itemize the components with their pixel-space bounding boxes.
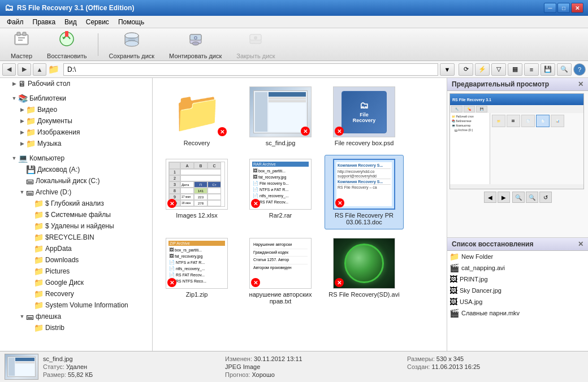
flash-toggle[interactable]: ▼ bbox=[18, 314, 26, 319]
file-item-psd[interactable]: 🗂 File Recovery ✕ File recovery box.psd bbox=[325, 83, 404, 150]
address-input[interactable] bbox=[63, 63, 438, 76]
recovery-item-label: Славные парни.mkv bbox=[461, 310, 520, 316]
sidebar-item-computer[interactable]: ▼ 💻 Компьютер bbox=[0, 153, 152, 164]
preview-close[interactable]: ✕ bbox=[578, 80, 583, 88]
sidebar-item-flash[interactable]: ▼ 🖴 флешка bbox=[0, 311, 152, 322]
avi-filename: RS File Recovery(SD).avi bbox=[328, 291, 399, 298]
menu-edit[interactable]: Правка bbox=[28, 17, 60, 27]
save-view-button[interactable]: 💾 bbox=[541, 63, 555, 76]
close-disk-button[interactable]: Закрыть диск bbox=[230, 27, 281, 62]
sidebar-item-drive-a[interactable]: 💾 Дисковод (A:) bbox=[0, 164, 152, 175]
rar-filename: Rar2.rar bbox=[269, 212, 292, 219]
status-filetype-value: JPEG Image bbox=[225, 363, 260, 370]
menu-help[interactable]: Помощь bbox=[114, 17, 149, 27]
desktop-toggle[interactable]: ▶ bbox=[10, 81, 18, 86]
search-button[interactable]: 🔍 bbox=[557, 63, 572, 76]
restore-button[interactable]: Восстановить bbox=[41, 27, 93, 62]
file-item-zip[interactable]: ZIP Archive 🖼box_rs_partiti... 🖼fat_reco… bbox=[157, 234, 236, 309]
documents-toggle[interactable]: ▶ bbox=[18, 118, 26, 124]
recovery-list-item-sky[interactable]: 🖼 Sky Dancer.jpg bbox=[447, 285, 588, 296]
file-item-doc[interactable]: Компания Recovery S... http://recoveryhd… bbox=[325, 155, 404, 229]
back-button[interactable]: ◀ bbox=[2, 63, 16, 76]
sidebar-item-music[interactable]: ▶ 📁 Музыка bbox=[0, 138, 152, 149]
address-dropdown-button[interactable]: ▼ bbox=[440, 63, 455, 76]
status-thumbnail bbox=[5, 354, 38, 380]
preview-nav-left[interactable]: ◀ bbox=[484, 192, 496, 203]
video-toggle[interactable]: ▶ bbox=[18, 107, 26, 112]
sidebar-item-archive-d[interactable]: ▼ 🖴 Archive (D:) bbox=[0, 186, 152, 198]
status-status-value: Удален bbox=[66, 363, 87, 370]
sidebar-item-appdata[interactable]: 📁 AppData bbox=[0, 243, 152, 254]
close-button[interactable]: ✕ bbox=[571, 3, 583, 13]
sidebar-item-sysvolinfo[interactable]: 📁 System Volume Information bbox=[0, 299, 152, 311]
sidebar-item-drive-c[interactable]: 🖴 Локальный диск (C:) bbox=[0, 175, 152, 186]
sidebar-item-deep-analysis[interactable]: 📁 $ Глубокий анализ bbox=[0, 198, 152, 209]
sidebar-item-desktop[interactable]: ▶ 🖥 Рабочий стол bbox=[0, 78, 152, 89]
recovery-list-items: 📁 New Folder 🎬 cat_napping.avi 🖼 PRINT.j… bbox=[447, 251, 588, 319]
file-item-recovery[interactable]: 📁 ✕ Recovery bbox=[157, 83, 236, 150]
computer-toggle[interactable]: ▼ bbox=[10, 155, 18, 161]
mount-disk-button[interactable]: Монтировать диск bbox=[163, 27, 228, 62]
rar-thumb: RAR Archive 🖼box_rs_partiti... 🖼fat_reco… bbox=[249, 159, 312, 210]
preview-zoom-out[interactable]: 🔍 bbox=[512, 192, 525, 203]
images-toggle[interactable]: ▶ bbox=[18, 129, 26, 135]
recovery-list-close[interactable]: ✕ bbox=[578, 240, 583, 248]
delete-mark-zip: ✕ bbox=[167, 278, 176, 287]
file-item-txt[interactable]: Нарушение авторски Гражданский кодек Ста… bbox=[241, 234, 320, 309]
google-drive-label: Google Диск bbox=[45, 279, 84, 286]
sidebar-item-deleted-found[interactable]: 📁 $ Удалены и найдены bbox=[0, 220, 152, 232]
view-button1[interactable]: ▦ bbox=[508, 63, 522, 76]
sidebar-item-libraries[interactable]: ▼ 📚 Библиотеки bbox=[0, 93, 152, 104]
minimize-button[interactable]: ─ bbox=[544, 3, 556, 13]
preview-nav-right[interactable]: ▶ bbox=[498, 192, 510, 203]
recovery-list-item-print[interactable]: 🖼 PRINT.jpg bbox=[447, 274, 588, 285]
forward-button[interactable]: ▶ bbox=[18, 63, 31, 76]
preview-zoom-in[interactable]: 🔍 bbox=[526, 192, 538, 203]
sidebar-item-images[interactable]: ▶ 📁 Изображения bbox=[0, 127, 152, 138]
documents-label: Документы bbox=[37, 117, 72, 125]
libraries-toggle[interactable]: ▼ bbox=[10, 96, 18, 101]
restore-icon bbox=[58, 30, 76, 51]
preview-rotate[interactable]: ↺ bbox=[539, 192, 552, 203]
master-button[interactable]: Мастер bbox=[5, 27, 38, 62]
music-toggle[interactable]: ▶ bbox=[18, 141, 26, 146]
file-item-xlsx[interactable]: A B C 1 2 bbox=[157, 155, 236, 229]
sidebar-item-system-files[interactable]: 📁 $ Системные файлы bbox=[0, 209, 152, 220]
recovery-list-item-folder[interactable]: 📁 New Folder bbox=[447, 251, 588, 262]
refresh-button[interactable]: ⟳ bbox=[459, 63, 473, 76]
recovery-list-item-usa[interactable]: 🖼 USA.jpg bbox=[447, 296, 588, 307]
sidebar-item-recycle[interactable]: 📁 $RECYCLE.BIN bbox=[0, 232, 152, 243]
system-files-label: $ Системные файлы bbox=[45, 211, 111, 219]
status-size-value: 530 x 345 bbox=[436, 355, 464, 362]
delete-mark-txt: ✕ bbox=[251, 278, 260, 287]
view-button2[interactable]: ≡ bbox=[524, 63, 539, 76]
recovery-list-item-slavnye[interactable]: 🎬 Славные парни.mkv bbox=[447, 307, 588, 319]
file-item-avi[interactable]: ✕ RS File Recovery(SD).avi bbox=[325, 234, 404, 309]
menu-file[interactable]: Файл bbox=[2, 17, 28, 27]
sidebar-item-downloads[interactable]: 📁 Downloads bbox=[0, 254, 152, 266]
recovery-list-item-cat[interactable]: 🎬 cat_napping.avi bbox=[447, 262, 588, 274]
help-button[interactable]: ? bbox=[573, 63, 586, 76]
sidebar-item-pictures[interactable]: 📁 Pictures bbox=[0, 266, 152, 277]
zip-filename: Zip1.zip bbox=[186, 291, 208, 298]
status-info: sc_find.jpg Изменен: 30.11.2012 13:11 Ра… bbox=[43, 355, 583, 378]
sidebar-item-video[interactable]: ▶ 📁 Видео bbox=[0, 104, 152, 115]
file-item-sc-find[interactable]: ✕ sc_find.jpg bbox=[241, 83, 320, 150]
scan-button[interactable]: ⚡ bbox=[475, 63, 490, 76]
menu-view[interactable]: Вид bbox=[60, 17, 81, 27]
menu-service[interactable]: Сервис bbox=[81, 17, 114, 27]
status-filetype: JPEG Image bbox=[225, 363, 401, 370]
sidebar-item-google-drive[interactable]: 📁 Google Диск bbox=[0, 277, 152, 288]
sidebar-item-documents[interactable]: ▶ 📁 Документы bbox=[0, 115, 152, 127]
sidebar-item-recovery[interactable]: 📁 Recovery bbox=[0, 288, 152, 299]
drive-a-label: Дисковод (A:) bbox=[37, 166, 80, 173]
maximize-button[interactable]: □ bbox=[557, 3, 570, 13]
sidebar-item-distrib[interactable]: 📁 Distrib bbox=[0, 322, 152, 333]
filter-button[interactable]: ▽ bbox=[491, 63, 506, 76]
file-item-rar[interactable]: RAR Archive 🖼box_rs_partiti... 🖼fat_reco… bbox=[241, 155, 320, 229]
up-button[interactable]: ▲ bbox=[33, 63, 46, 76]
archive-d-toggle[interactable]: ▼ bbox=[18, 189, 26, 195]
recovery-item-label: USA.jpg bbox=[460, 298, 482, 305]
save-disk-button[interactable]: Сохранить диск bbox=[103, 27, 161, 62]
restore-label: Восстановить bbox=[47, 53, 87, 59]
